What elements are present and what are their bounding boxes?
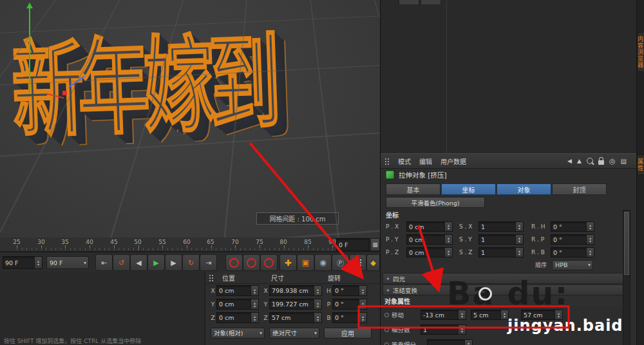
rot-h-stepper[interactable]	[359, 286, 366, 295]
size-z-stepper[interactable]	[314, 313, 321, 322]
timeline-ruler[interactable]: 25 30 35 40 45 50 55 60 65 70 75 80 85 9…	[0, 238, 380, 252]
py-field[interactable]: 0 cm	[406, 234, 453, 245]
range-end-stepper[interactable]	[34, 257, 42, 268]
pos-x-stepper[interactable]	[251, 286, 258, 295]
panel-tab[interactable]	[421, 0, 441, 5]
pos-y-stepper[interactable]	[251, 299, 258, 309]
pos-z-stepper[interactable]	[251, 313, 258, 322]
pos-x-field[interactable]: 0 cm	[216, 285, 259, 296]
goto-start-button[interactable]: ⇤	[95, 254, 113, 271]
phong-tag-button[interactable]: 平滑着色(Phong)	[386, 197, 485, 208]
record-parameter-toggle[interactable]: Ⓟ	[332, 254, 349, 271]
attribute-scrollbar[interactable]	[623, 210, 630, 345]
record-keyframe-button[interactable]	[225, 254, 243, 271]
play-backward-loop-button[interactable]: ↺	[113, 254, 130, 271]
rh-stepper[interactable]	[586, 222, 594, 231]
rb-stepper[interactable]	[586, 248, 594, 257]
viewport-3d[interactable]: 新年嫁到 网格间距 : 100 cm	[0, 0, 380, 238]
sy-field[interactable]: 1	[478, 234, 524, 245]
current-frame-field[interactable]: 0 F	[336, 238, 370, 251]
extruded-text-object[interactable]: 新年嫁到	[9, 0, 277, 158]
rot-p-field[interactable]: 0 °	[332, 299, 367, 310]
coords-row-z: Z 0 cm Z 57 cm B 0 °	[205, 311, 381, 324]
tab-caps[interactable]: 封顶	[552, 183, 607, 195]
move-x-stepper[interactable]	[458, 310, 466, 319]
axis-y-handle[interactable]	[29, 8, 30, 93]
rh-field[interactable]: 0 °	[551, 221, 594, 232]
rotation-order-select[interactable]: HPB	[552, 260, 593, 270]
up-icon[interactable]: ▲	[577, 158, 582, 164]
menu-user-data[interactable]: 用户数据	[440, 156, 466, 166]
rot-h-field[interactable]: 0 °	[332, 285, 367, 296]
menu-icon[interactable]: ▤	[621, 158, 627, 165]
py-stepper[interactable]	[444, 235, 452, 244]
object-origin-handle[interactable]	[62, 91, 67, 95]
rot-b-stepper[interactable]	[359, 313, 366, 322]
selected-object-row[interactable]: 拉伸对象 [挤压]	[386, 170, 447, 180]
size-x-stepper[interactable]	[314, 286, 321, 295]
keying-extra-button[interactable]: ◆	[366, 254, 380, 271]
keyframe-dot-icon[interactable]	[384, 342, 389, 345]
iso-subdivision-field[interactable]	[427, 339, 473, 345]
previous-frame-button[interactable]: ◀	[130, 254, 147, 271]
size-mode-select[interactable]: 绝对尺寸	[269, 328, 319, 339]
pz-stepper[interactable]	[444, 248, 452, 257]
size-x-field[interactable]: 798.938 cm	[269, 285, 322, 296]
subdivision-stepper[interactable]	[458, 325, 466, 334]
rot-p-stepper[interactable]	[359, 299, 366, 309]
goto-end-button[interactable]: ⇥	[200, 254, 217, 271]
tab-coordinates[interactable]: 坐标	[441, 183, 496, 195]
panel-tab[interactable]	[399, 0, 419, 5]
sz-stepper[interactable]	[515, 248, 523, 257]
menu-mode[interactable]: 模式	[398, 156, 411, 166]
coordinate-mode-select[interactable]: 对象(相对)	[211, 328, 265, 339]
sy-stepper[interactable]	[515, 235, 523, 244]
menu-edit[interactable]: 编辑	[419, 156, 432, 166]
next-frame-button[interactable]: ▶	[165, 254, 182, 271]
rot-b-field[interactable]: 0 °	[332, 312, 367, 323]
sx-field[interactable]: 1	[478, 221, 524, 232]
rb-field[interactable]: 0 °	[551, 247, 594, 257]
move-y-field[interactable]: 5 cm	[471, 310, 509, 320]
keyframe-dot-icon[interactable]	[384, 328, 389, 332]
lock-icon[interactable]	[598, 160, 604, 165]
subdivision-field[interactable]: 1	[421, 324, 466, 335]
size-y-stepper[interactable]	[314, 299, 321, 309]
side-tab-content-browser[interactable]: 内容浏览器	[637, 32, 644, 72]
sz-field[interactable]: 1	[478, 247, 524, 257]
search-icon[interactable]	[587, 158, 593, 164]
loop-forward-button[interactable]: ↻	[182, 254, 200, 271]
record-rotation-toggle[interactable]: ◉	[314, 254, 332, 271]
timeline-layout-button[interactable]: ▦	[370, 238, 380, 251]
pz-field[interactable]: 0 cm	[406, 247, 453, 257]
side-tab-attributes[interactable]: 属性	[637, 154, 644, 175]
apply-button[interactable]: 应用	[324, 328, 372, 339]
size-y-field[interactable]: 199.727 cm	[269, 299, 322, 310]
record-pla-toggle[interactable]	[349, 254, 366, 271]
tab-basic[interactable]: 基本	[386, 183, 440, 195]
iso-subdivision-stepper[interactable]	[464, 340, 472, 345]
pos-y-field[interactable]: 0 cm	[216, 299, 259, 310]
rp-stepper[interactable]	[586, 235, 594, 244]
pos-z-field[interactable]: 0 cm	[216, 312, 259, 323]
range-dropdown[interactable]: 90 F	[46, 256, 89, 269]
tab-object[interactable]: 对象	[497, 183, 551, 195]
scrollbar-thumb[interactable]	[624, 212, 629, 275]
drag-handle-icon[interactable]	[384, 158, 390, 165]
record-position-toggle[interactable]: ✚	[279, 254, 297, 271]
drag-handle-icon[interactable]	[209, 274, 214, 281]
px-stepper[interactable]	[444, 222, 452, 231]
range-end-field[interactable]: 90 F	[3, 256, 43, 269]
target-icon[interactable]: ◎	[609, 157, 616, 165]
keyframe-dot-icon[interactable]	[384, 313, 389, 317]
size-z-field[interactable]: 57 cm	[269, 312, 322, 323]
move-x-field[interactable]: -13 cm	[421, 310, 466, 320]
rp-field[interactable]: 0 °	[551, 234, 594, 245]
sx-stepper[interactable]	[515, 222, 523, 231]
keyframe-selection-button[interactable]	[260, 254, 278, 271]
history-back-icon[interactable]: ◀	[567, 158, 572, 164]
record-scale-toggle[interactable]: ▣	[297, 254, 314, 271]
px-field[interactable]: 0 cm	[406, 221, 453, 232]
play-button[interactable]: ▶	[147, 254, 165, 271]
autokey-button[interactable]	[243, 254, 260, 271]
